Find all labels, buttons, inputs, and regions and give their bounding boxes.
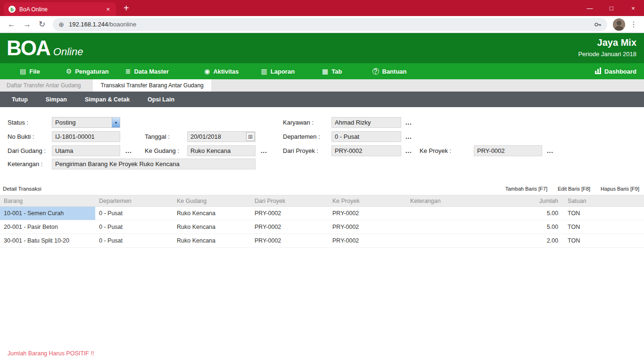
col-barang: Barang xyxy=(0,195,95,206)
browser-tab[interactable]: b BoA Online × xyxy=(4,2,116,16)
status-label: Status : xyxy=(8,117,28,128)
site-info-icon[interactable]: ⊕ xyxy=(58,21,64,28)
cell-jumlah[interactable]: 5.00 xyxy=(510,207,562,220)
cell-barang[interactable]: 30-001 - Batu Split 10-20 xyxy=(0,234,95,247)
menu-item-aktivitas[interactable]: ◉ Aktivitas xyxy=(204,67,239,75)
tambah-baris-button[interactable]: Tambah Baris [F7] xyxy=(505,186,547,192)
browser-menu-icon[interactable]: ⋮ xyxy=(630,20,637,29)
forward-icon[interactable]: → xyxy=(23,20,31,29)
tab-close-icon[interactable]: × xyxy=(105,6,111,13)
cell-keterangan[interactable] xyxy=(406,207,510,220)
tanggal-field[interactable] xyxy=(187,131,256,142)
gear-icon: ⚙ xyxy=(66,67,72,75)
menu-label: Bantuan xyxy=(382,68,407,75)
cell-departemen[interactable]: 0 - Pusat xyxy=(95,220,173,234)
tanggal-label: Tanggal : xyxy=(145,131,170,142)
tab-transaksi-transfer[interactable]: Transaksi Transfer Barang Antar Gudang xyxy=(93,79,211,92)
ke-gudang-lookup-button[interactable]: ... xyxy=(261,145,267,156)
back-icon[interactable]: ← xyxy=(8,20,16,29)
table-row[interactable]: 30-001 - Batu Split 10-20 0 - Pusat Ruko… xyxy=(0,234,644,248)
url-bar[interactable]: ⊕ 192.168.1.244/boaonline xyxy=(53,18,607,31)
new-tab-button[interactable]: + xyxy=(124,3,129,14)
cell-ke-gudang[interactable]: Ruko Kencana xyxy=(173,234,251,247)
profile-avatar[interactable] xyxy=(613,18,625,31)
menu-item-laporan[interactable]: ▥ Laporan xyxy=(261,67,295,75)
karyawan-field[interactable] xyxy=(331,117,401,128)
karyawan-lookup-button[interactable]: ... xyxy=(405,117,412,128)
departemen-lookup-button[interactable]: ... xyxy=(405,131,412,142)
cell-dari-proyek[interactable]: PRY-0002 xyxy=(251,234,329,247)
menu-item-bantuan[interactable]: ? Bantuan xyxy=(372,68,407,75)
dari-gudang-lookup-button[interactable]: ... xyxy=(125,145,132,156)
chevron-down-icon[interactable]: ▾ xyxy=(112,118,120,127)
menu-item-tab[interactable]: ▦ Tab xyxy=(322,67,342,75)
help-icon: ? xyxy=(372,68,379,75)
status-select[interactable]: Posting ▾ xyxy=(52,117,120,128)
menu-item-pengaturan[interactable]: ⚙ Pengaturan xyxy=(66,67,109,75)
validation-error-message: Jumlah Barang Harus POSITIF !! xyxy=(8,350,94,357)
edit-baris-button[interactable]: Edit Baris [F8] xyxy=(558,186,590,192)
cell-keterangan[interactable] xyxy=(406,234,510,247)
period-label: Periode Januari 2018 xyxy=(578,50,636,58)
refresh-icon[interactable]: ↻ xyxy=(39,19,45,29)
cell-jumlah[interactable]: 5.00 xyxy=(510,220,562,234)
menu-label: Pengaturan xyxy=(75,68,109,75)
password-key-icon[interactable] xyxy=(594,21,602,28)
keterangan-field[interactable] xyxy=(52,159,256,169)
transaction-form: Status : Posting ▾ Karyawan : ... No Buk… xyxy=(0,107,644,183)
menu-item-data-master[interactable]: ≣ Data Master xyxy=(125,67,169,75)
activity-icon: ◉ xyxy=(204,67,210,75)
cell-ke-gudang[interactable]: Ruko Kencana xyxy=(173,220,251,234)
tab-daftar-transfer[interactable]: Daftar Transfer Antar Gudang xyxy=(0,79,87,92)
logo-text: BOA xyxy=(7,34,50,62)
menu-item-dashboard[interactable]: Dashboard xyxy=(595,68,636,75)
status-value: Posting xyxy=(52,119,112,126)
cell-keterangan[interactable] xyxy=(406,220,510,234)
col-jumlah: Jumlah xyxy=(510,195,562,206)
cell-satuan[interactable]: TON xyxy=(562,220,644,234)
maximize-button[interactable]: □ xyxy=(601,0,622,16)
opsi-lain-button[interactable]: Opsi Lain xyxy=(139,96,183,103)
cell-satuan[interactable]: TON xyxy=(562,207,644,220)
main-content: Status : Posting ▾ Karyawan : ... No Buk… xyxy=(0,107,644,361)
cell-ke-proyek[interactable]: PRY-0002 xyxy=(329,207,406,220)
col-satuan: Satuan xyxy=(562,195,644,206)
table-row[interactable]: 20-001 - Pasir Beton 0 - Pusat Ruko Kenc… xyxy=(0,220,644,234)
cell-dari-proyek[interactable]: PRY-0002 xyxy=(251,207,329,220)
dari-proyek-field[interactable] xyxy=(331,145,401,156)
app-header: BOA Online Jaya Mix Periode Januari 2018 xyxy=(0,33,644,63)
ke-proyek-lookup-button[interactable]: ... xyxy=(547,145,553,156)
cell-barang[interactable]: 20-001 - Pasir Beton xyxy=(0,220,95,234)
departemen-field[interactable] xyxy=(331,131,401,142)
cell-barang[interactable]: 10-001 - Semen Curah xyxy=(0,207,95,220)
cell-ke-proyek[interactable]: PRY-0002 xyxy=(329,220,406,234)
dari-proyek-lookup-button[interactable]: ... xyxy=(405,145,412,156)
hapus-baris-button[interactable]: Hapus Baris [F9] xyxy=(601,186,639,192)
dari-gudang-field[interactable] xyxy=(52,145,120,156)
ke-proyek-field[interactable] xyxy=(474,145,542,156)
tanggal-field-wrap: ⊞ xyxy=(187,131,256,142)
close-button[interactable]: × xyxy=(622,0,644,16)
calendar-icon[interactable]: ⊞ xyxy=(246,132,255,141)
cell-ke-gudang[interactable]: Ruko Kencana xyxy=(173,207,251,220)
tutup-button[interactable]: Tutup xyxy=(3,96,37,103)
table-row[interactable]: 10-001 - Semen Curah 0 - Pusat Ruko Kenc… xyxy=(0,207,644,220)
cell-dari-proyek[interactable]: PRY-0002 xyxy=(251,220,329,234)
simpan-cetak-button[interactable]: Simpan & Cetak xyxy=(76,96,139,103)
cell-jumlah[interactable]: 2.00 xyxy=(510,234,562,247)
file-icon: ▤ xyxy=(20,67,26,75)
cell-satuan[interactable]: TON xyxy=(562,234,644,247)
boa-favicon: b xyxy=(8,6,16,13)
detail-title: Detail Transaksi xyxy=(3,186,41,192)
minimize-button[interactable]: — xyxy=(579,0,601,16)
col-ke-proyek: Ke Proyek xyxy=(329,195,406,206)
no-bukti-field[interactable] xyxy=(52,131,120,142)
cell-departemen[interactable]: 0 - Pusat xyxy=(95,207,173,220)
menu-item-file[interactable]: ▤ File xyxy=(20,67,40,75)
simpan-button[interactable]: Simpan xyxy=(37,96,76,103)
ke-gudang-field[interactable] xyxy=(187,145,256,156)
menu-label: Dashboard xyxy=(604,68,636,75)
cell-ke-proyek[interactable]: PRY-0002 xyxy=(329,234,406,247)
cell-departemen[interactable]: 0 - Pusat xyxy=(95,234,173,247)
report-icon: ▥ xyxy=(261,67,267,75)
